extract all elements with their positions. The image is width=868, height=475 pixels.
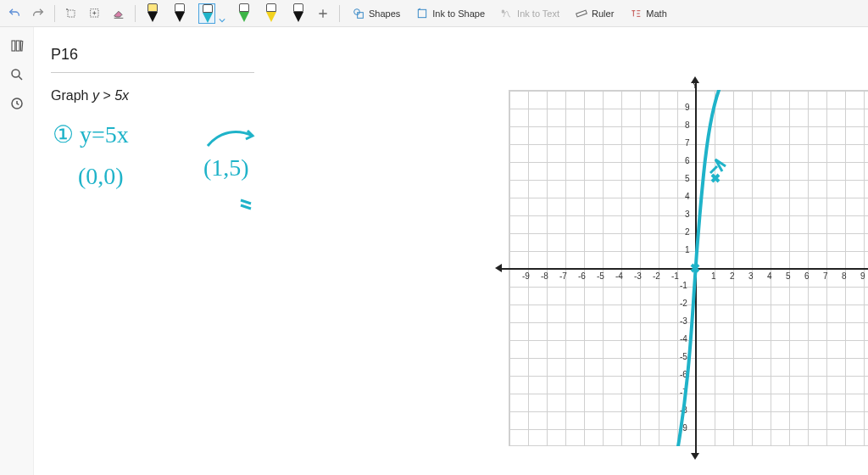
x-tick: 7 [823, 271, 828, 281]
pen-4[interactable] [259, 3, 283, 25]
arrow-down-icon [691, 453, 699, 460]
ink-to-shape-button[interactable]: Ink to Shape [409, 3, 492, 25]
coordinate-graph[interactable]: Y X -9-8-7-6-5-4-3-2-1123456789987654321… [492, 90, 868, 455]
ink-arrow [203, 124, 271, 158]
insert-space-button[interactable] [84, 3, 106, 25]
y-tick: 7 [685, 138, 690, 148]
title-block: P16 [51, 42, 254, 73]
title-underline [51, 72, 254, 73]
nav-button[interactable] [8, 37, 25, 54]
x-tick: -4 [615, 271, 623, 281]
ink-to-text-button[interactable]: a Ink to Text [493, 3, 566, 25]
plus-icon [316, 7, 330, 20]
ruler-label: Ruler [592, 8, 614, 19]
y-tick: -9 [680, 423, 687, 433]
pen-3[interactable] [232, 3, 256, 25]
y-tick: -1 [680, 281, 687, 290]
left-rail [0, 27, 34, 475]
ruler-button[interactable]: Ruler [568, 3, 620, 25]
search-icon [9, 67, 25, 82]
pen-2[interactable] [195, 3, 229, 25]
pen-0[interactable] [141, 3, 164, 25]
x-tick: 4 [767, 271, 772, 281]
y-tick: 3 [685, 210, 690, 219]
ink-step-1[interactable]: ① y=5x [53, 120, 129, 148]
x-tick: -1 [671, 271, 679, 281]
ink-mark [237, 195, 263, 212]
svg-rect-7 [12, 41, 15, 51]
y-axis [695, 81, 697, 455]
y-tick: -2 [680, 299, 687, 308]
y-tick: 6 [685, 156, 690, 165]
prompt-expression: y > 5x [92, 88, 129, 103]
prompt-prefix: Graph [51, 88, 92, 103]
pen-icon [144, 3, 161, 24]
chevron-down-icon [219, 14, 225, 26]
eraser-button[interactable] [108, 3, 130, 25]
pen-icon [290, 3, 307, 24]
x-tick: -9 [522, 271, 530, 281]
x-tick: -5 [597, 271, 604, 281]
svg-text:a: a [502, 8, 504, 13]
math-label: Math [646, 8, 666, 19]
y-tick: 9 [685, 103, 690, 112]
y-tick: -3 [680, 316, 687, 326]
arrow-up-icon [691, 76, 699, 83]
y-tick: 4 [685, 192, 690, 201]
separator [135, 5, 136, 22]
x-tick: 1 [711, 271, 716, 281]
pen-1[interactable] [168, 3, 192, 25]
insert-space-icon [88, 7, 102, 20]
search-button[interactable] [8, 66, 25, 83]
x-tick: 6 [804, 271, 810, 281]
pen-icon [198, 3, 215, 24]
pen-icon [263, 3, 280, 24]
svg-rect-4 [419, 9, 426, 17]
x-tick: -8 [541, 271, 548, 281]
x-tick: 2 [730, 271, 735, 281]
x-axis [500, 268, 868, 270]
redo-button[interactable] [27, 3, 49, 25]
ink-point-1[interactable]: (0,0) [78, 163, 124, 190]
x-tick: 5 [786, 271, 791, 281]
y-tick: -8 [680, 405, 687, 415]
y-tick: 1 [685, 245, 690, 254]
svg-rect-8 [16, 41, 19, 51]
math-icon [629, 7, 643, 20]
y-tick: 8 [685, 120, 690, 130]
ink-to-text-icon: a [500, 7, 514, 20]
page-title[interactable]: P16 [51, 42, 254, 67]
grid: X -9-8-7-6-5-4-3-2-1123456789987654321-1… [509, 90, 868, 446]
y-tick: -6 [680, 370, 687, 379]
undo-button[interactable] [3, 3, 25, 25]
lasso-button[interactable] [60, 3, 82, 25]
main-area: P16 Graph y > 5x ① y=5x (0,0) (1,5) Y X … [0, 27, 868, 475]
x-tick: -7 [559, 271, 567, 281]
ink-point-2[interactable]: (1,5) [203, 154, 249, 182]
y-tick: 2 [685, 227, 690, 237]
math-button[interactable]: Math [622, 3, 673, 25]
nav-icon [9, 38, 25, 53]
ruler-icon [575, 7, 588, 20]
add-pen-button[interactable] [312, 3, 334, 25]
svg-rect-6 [576, 10, 587, 17]
clock-icon [9, 96, 25, 111]
pen-5[interactable] [287, 3, 310, 25]
eraser-icon [112, 7, 125, 20]
ink-to-text-label: Ink to Text [517, 8, 559, 19]
y-tick: -7 [680, 388, 687, 397]
recent-button[interactable] [8, 95, 25, 112]
separator [54, 5, 55, 22]
y-tick: -4 [680, 334, 687, 344]
shapes-button[interactable]: Shapes [345, 3, 407, 25]
page-content[interactable]: P16 Graph y > 5x ① y=5x (0,0) (1,5) Y X … [34, 27, 868, 475]
y-tick: -5 [680, 352, 687, 361]
svg-point-2 [354, 8, 360, 14]
x-tick: 3 [748, 271, 754, 281]
undo-icon [8, 7, 21, 20]
svg-point-9 [12, 70, 19, 77]
lasso-icon [64, 7, 78, 20]
ink-to-shape-icon [415, 7, 429, 20]
ink-to-shape-label: Ink to Shape [432, 8, 485, 19]
pen-gallery [141, 3, 310, 25]
